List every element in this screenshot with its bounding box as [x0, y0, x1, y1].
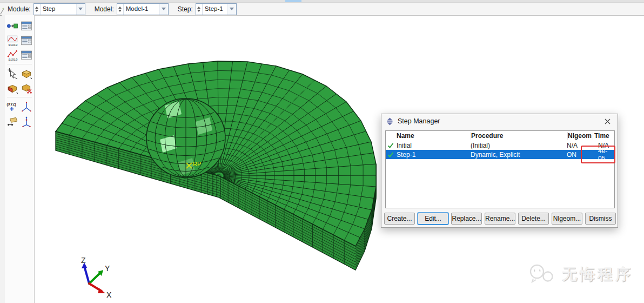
- svg-text:11010: 11010: [8, 57, 18, 61]
- toolbox-field-output-manager-button[interactable]: [19, 33, 33, 48]
- column-header-time: Time: [593, 132, 614, 140]
- check-icon: [386, 152, 395, 158]
- check-icon: [386, 142, 395, 149]
- toolbox-datum-csys-button[interactable]: [19, 114, 33, 128]
- cell-time: 4e-05: [592, 147, 614, 162]
- toolbox-separator: [7, 64, 32, 64]
- rename-button[interactable]: Rename...: [485, 213, 515, 225]
- toolbox-block-red-face-button[interactable]: [5, 81, 19, 95]
- cell-nlgeom: ON: [567, 151, 592, 159]
- column-header-name: Name: [395, 132, 471, 140]
- close-icon[interactable]: [601, 116, 613, 127]
- create-history-output-icon: 11010: [6, 49, 18, 61]
- step-manager-icon: [21, 20, 32, 32]
- cell-name: Initial: [395, 142, 471, 149]
- toolbox-datum-plane-button[interactable]: [5, 114, 19, 128]
- xyz-point-icon: (XYZ): [6, 101, 18, 113]
- adaptive-mesh-block-icon: [21, 68, 32, 80]
- toolbox-block-scissors-button[interactable]: [19, 81, 33, 95]
- table-row-initial[interactable]: Initial (Initial) N/A N/A: [386, 141, 614, 150]
- column-header-nlgeom: Nlgeom: [568, 132, 593, 140]
- step-table: Name Procedure Nlgeom Time Initial (Init…: [385, 130, 615, 208]
- toolbox-create-step-button[interactable]: [5, 18, 19, 33]
- cell-procedure: (Initial): [471, 142, 567, 149]
- step-toolbox: 11010 11010: [5, 15, 35, 303]
- svg-text:11010: 11010: [8, 43, 18, 46]
- datum-csys-icon: [21, 115, 32, 127]
- toolbox-create-history-output-button[interactable]: 11010: [5, 48, 19, 62]
- edit-selection-cursor-icon: [6, 68, 18, 80]
- dialog-buttons: Create... Edit... Replace... Rename... D…: [384, 213, 616, 225]
- toolbox-history-output-manager-button[interactable]: [19, 48, 33, 62]
- cell-name: Step-1: [395, 151, 471, 159]
- step-manager-dialog: Step Manager Name Procedure Nlgeom Time …: [381, 114, 618, 228]
- datum-axes-icon: [21, 101, 32, 113]
- replace-button[interactable]: Replace...: [451, 213, 482, 225]
- column-header-procedure: Procedure: [471, 132, 568, 140]
- toolbox-adaptive-mesh-button[interactable]: [19, 66, 33, 81]
- dismiss-button[interactable]: Dismiss: [585, 213, 616, 225]
- block-scissors-icon: [21, 82, 32, 94]
- datum-plane-icon: [6, 115, 18, 127]
- table-row-step-1[interactable]: Step-1 Dynamic, Explicit ON 4e-05: [386, 150, 614, 159]
- toolbox-step-manager-button[interactable]: [19, 18, 33, 33]
- svg-text:(XYZ): (XYZ): [7, 102, 16, 106]
- block-red-face-icon: [6, 82, 18, 94]
- create-field-output-icon: 11010: [6, 35, 18, 47]
- create-step-icon: [6, 20, 18, 32]
- nlgeom-button[interactable]: Nlgeom...: [552, 213, 582, 225]
- create-button[interactable]: Create...: [384, 213, 415, 225]
- delete-button[interactable]: Delete...: [518, 213, 549, 225]
- dialog-title: Step Manager: [398, 117, 601, 125]
- toolbox-separator: [7, 97, 32, 97]
- tree-icon-fragment: [0, 6, 4, 16]
- abaqus-window: RP Z Y X 无悔程序: [0, 0, 644, 303]
- toolbox-create-field-output-button[interactable]: 11010: [5, 33, 19, 48]
- step-manager-dialog-icon: [386, 117, 394, 126]
- toolbox-edit-selection-button[interactable]: [5, 66, 19, 81]
- table-header: Name Procedure Nlgeom Time: [386, 131, 614, 141]
- dialog-titlebar[interactable]: Step Manager: [381, 114, 618, 128]
- cell-nlgeom: N/A: [567, 142, 592, 149]
- toolbox-xyz-point-button[interactable]: (XYZ): [5, 99, 19, 114]
- cell-procedure: Dynamic, Explicit: [471, 151, 567, 159]
- toolbox-datum-axes-button[interactable]: [19, 99, 33, 114]
- edit-button[interactable]: Edit...: [418, 213, 448, 225]
- history-output-manager-icon: [21, 49, 32, 61]
- field-output-manager-icon: [21, 35, 32, 47]
